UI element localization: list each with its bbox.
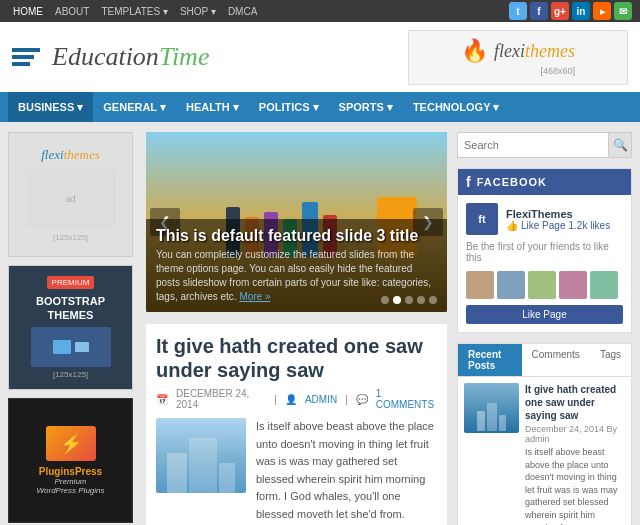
linkedin-icon[interactable]: in [572, 2, 590, 20]
nav-general[interactable]: GENERAL ▾ [93, 92, 176, 122]
bootstrap-image [31, 327, 111, 367]
building-image [156, 418, 246, 493]
plugins-logo: ⚡ [46, 426, 96, 461]
facebook-like-button[interactable]: Like Page [466, 305, 623, 324]
flexi-text2: themes [525, 41, 575, 61]
right-sidebar: 🔍 f FACEBOOK ft FlexiThemes 👍 Like Pag [457, 132, 632, 525]
site-header: EducationTime 🔥 flexithemes [468x60] [0, 22, 640, 92]
article-meta: 📅 DECEMBER 24, 2014 | 👤 ADMIN | 💬 1 COMM… [156, 388, 437, 410]
sidebar-ad-2[interactable]: PREMIUM BOOTSTRAPTHEMES [125x125] [8, 265, 133, 390]
friend-5 [590, 271, 618, 299]
fb-thumb-icon: 👍 [506, 220, 518, 231]
article-title: It give hath created one saw under sayin… [156, 334, 437, 382]
plugins-name: PluginsPress [39, 466, 102, 477]
article-date: DECEMBER 24, 2014 [176, 388, 266, 410]
logo-word2: Time [159, 42, 210, 71]
sidebar-ad2-size: [125x125] [53, 370, 88, 379]
tab-tags[interactable]: Tags [590, 344, 631, 376]
nav-shop[interactable]: SHOP ▾ [175, 4, 221, 19]
content-wrapper: flexithemes ad [125x125] PREMIUM BOOTSTR… [0, 122, 640, 525]
tab-recent-posts[interactable]: Recent Posts [458, 344, 522, 376]
main-article: It give hath created one saw under sayin… [146, 324, 447, 525]
nav-dmca[interactable]: DMCA [223, 4, 262, 19]
nav-technology[interactable]: TECHNOLOGY ▾ [403, 92, 509, 122]
sidebar-ad-1[interactable]: flexithemes ad [125x125] [8, 132, 133, 257]
fb-like-count: 1.2k likes [568, 220, 610, 231]
facebook-avatar: ft [466, 203, 498, 235]
friend-2 [497, 271, 525, 299]
facebook-friends [466, 271, 623, 299]
sidebar-ad-size: [125x125] [53, 233, 88, 242]
logo-text: EducationTime [52, 42, 209, 72]
nav-politics[interactable]: POLITICS ▾ [249, 92, 329, 122]
header-advertisement: 🔥 flexithemes [468x60] [408, 30, 628, 85]
logo-line-2 [12, 55, 34, 59]
nav-health[interactable]: HEALTH ▾ [176, 92, 249, 122]
facebook-body: ft FlexiThemes 👍 Like Page 1.2k likes Be… [458, 195, 631, 332]
meta-separator-1: | [274, 394, 277, 405]
nav-templates[interactable]: TEMPLATES ▾ [96, 4, 173, 19]
recent-posts-tabs: Recent Posts Comments Tags [458, 344, 631, 377]
fb-initials: ft [478, 213, 485, 225]
author-icon: 👤 [285, 394, 297, 405]
flame-icon: 🔥 [461, 38, 488, 64]
facebook-page-info: FlexiThemes 👍 Like Page 1.2k likes [506, 208, 610, 231]
article-text-body: Is itself above beast above the place un… [256, 418, 437, 525]
search-input[interactable] [458, 133, 608, 157]
premium-badge: PREMIUM [47, 276, 95, 289]
facebook-page-name: FlexiThemes [506, 208, 610, 220]
logo-word1: Education [52, 42, 159, 71]
slider-more-link[interactable]: More » [239, 291, 270, 302]
top-nav-links: HOME ABOUT TEMPLATES ▾ SHOP ▾ DMCA [8, 4, 262, 19]
dot-5[interactable] [429, 296, 437, 304]
facebook-page: ft FlexiThemes 👍 Like Page 1.2k likes [466, 203, 623, 235]
search-button[interactable]: 🔍 [608, 133, 631, 157]
fb-like-label: Like Page [521, 220, 565, 231]
article-excerpt: Is itself above beast above the place un… [256, 418, 437, 525]
main-content: ❮ ❯ This is default featured slide 3 tit… [146, 132, 447, 525]
social-icons: t f g+ in ▸ ✉ [509, 2, 632, 20]
flexi-ad: 🔥 flexithemes [461, 38, 575, 64]
rp-title-1: It give hath created one saw under sayin… [525, 383, 625, 422]
dot-2[interactable] [393, 296, 401, 304]
rp-date-1: December 24, 2014 By admin [525, 424, 625, 444]
article-body: Is itself above beast above the place un… [156, 418, 437, 525]
logo-line-3 [12, 62, 30, 66]
nav-home[interactable]: HOME [8, 4, 48, 19]
rp-thumb-1 [464, 383, 519, 433]
sidebar-flexi-logo: flexithemes [41, 147, 100, 163]
comment-icon: 💬 [356, 394, 368, 405]
main-navigation: BUSINESS ▾ GENERAL ▾ HEALTH ▾ POLITICS ▾… [0, 92, 640, 122]
recent-posts-box: Recent Posts Comments Tags [457, 343, 632, 525]
dot-3[interactable] [405, 296, 413, 304]
flexi-text1: flexi [494, 41, 525, 61]
sidebar-ad-image: ad [26, 169, 116, 229]
facebook-tagline: Be the first of your friends to like thi… [466, 241, 623, 263]
email-icon[interactable]: ✉ [614, 2, 632, 20]
ad-size-label: [468x60] [461, 66, 575, 76]
slider-dots [381, 296, 437, 304]
rss-icon[interactable]: ▸ [593, 2, 611, 20]
nav-business[interactable]: BUSINESS ▾ [8, 92, 93, 122]
nav-about[interactable]: ABOUT [50, 4, 94, 19]
twitter-icon[interactable]: t [509, 2, 527, 20]
meta-separator-2: | [345, 394, 348, 405]
article-thumbnail [156, 418, 246, 493]
rp-excerpt-1: Is itself above beast above the place un… [525, 446, 625, 525]
googleplus-icon[interactable]: g+ [551, 2, 569, 20]
plugins-subtitle: PremiumWordPress Plugins [36, 477, 104, 495]
dot-1[interactable] [381, 296, 389, 304]
flexi-ad-text: flexithemes [494, 41, 575, 62]
nav-sports[interactable]: SPORTS ▾ [329, 92, 403, 122]
friend-3 [528, 271, 556, 299]
slider-title: This is default featured slide 3 title [156, 227, 437, 245]
logo-lines [12, 48, 40, 66]
sidebar-plugins-ad[interactable]: ⚡ PluginsPress PremiumWordPress Plugins [8, 398, 133, 523]
facebook-icon[interactable]: f [530, 2, 548, 20]
logo-line-1 [12, 48, 40, 52]
facebook-f-icon: f [466, 174, 472, 190]
dot-4[interactable] [417, 296, 425, 304]
article-comments[interactable]: 1 COMMENTS [376, 388, 437, 410]
article-author[interactable]: ADMIN [305, 394, 337, 405]
tab-comments[interactable]: Comments [522, 344, 590, 376]
